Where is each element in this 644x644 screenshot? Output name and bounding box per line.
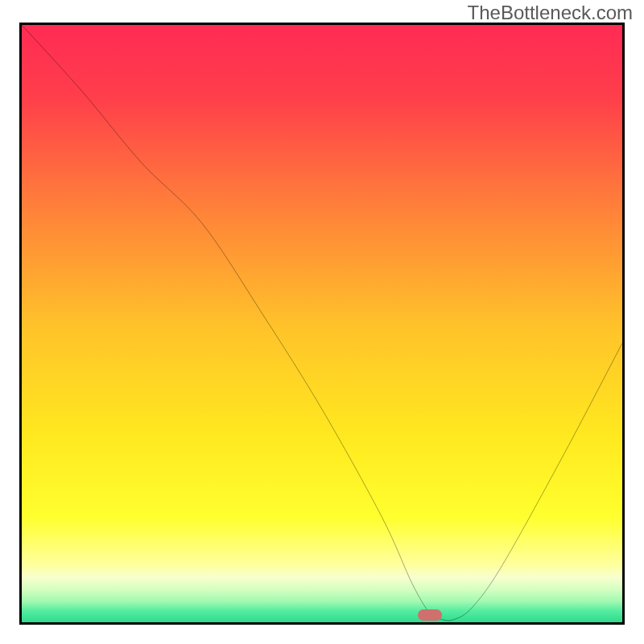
chart-frame: TheBottleneck.com [0,0,644,644]
bottleneck-curve [22,25,622,625]
optimal-point-marker [418,609,442,621]
watermark-text: TheBottleneck.com [468,2,633,24]
plot-area [19,23,625,625]
